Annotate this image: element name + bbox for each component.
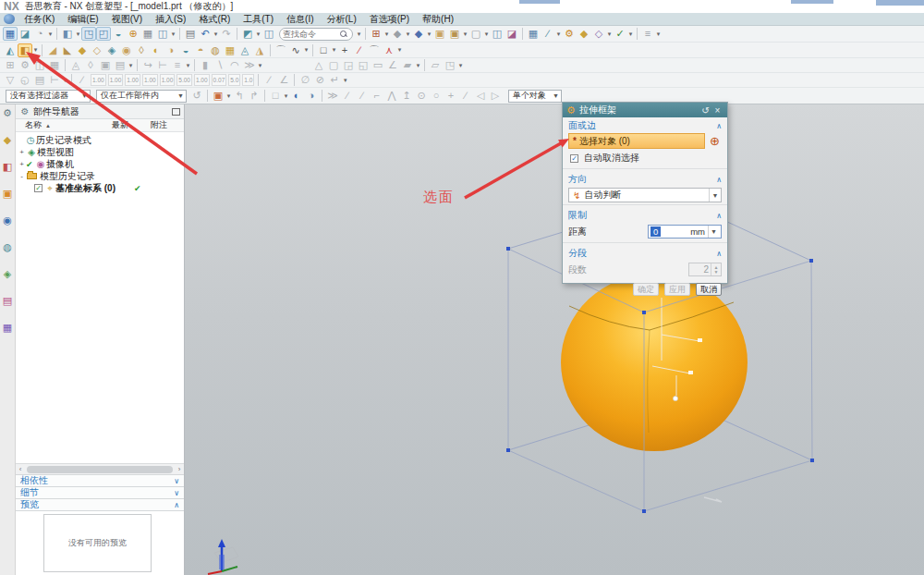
- toolbar-icon[interactable]: ◑: [304, 89, 319, 103]
- toolbar-icon[interactable]: ◢: [45, 43, 60, 57]
- dropdown-caret-icon[interactable]: ▾: [457, 62, 464, 69]
- selection-filter-dropdown[interactable]: 没有选择过滤器 ▼: [6, 90, 91, 103]
- toolbar-icon[interactable]: ◊: [83, 58, 98, 72]
- toolbar-icon[interactable]: ∕: [261, 73, 276, 87]
- toolbar-icon[interactable]: ◫: [155, 27, 170, 41]
- dropdown-caret-icon[interactable]: ▾: [356, 31, 362, 38]
- toolbar-icon[interactable]: ◲: [341, 58, 356, 72]
- toolbar-icon[interactable]: ◣: [60, 43, 75, 57]
- toolbar-icon[interactable]: ▦: [47, 58, 62, 72]
- dropdown-caret-icon[interactable]: ▾: [331, 46, 337, 54]
- tree-item-datum-csys[interactable]: ✓ ⌖ 基准坐标系 (0) ✔: [16, 182, 184, 194]
- resource-bar-icon[interactable]: ◆: [1, 133, 15, 147]
- toolbar-icon[interactable]: ⊢: [47, 73, 62, 87]
- dropdown-caret-icon[interactable]: ▾: [627, 31, 634, 38]
- toolbar-icon[interactable]: ◆: [390, 27, 405, 41]
- graphics-scene[interactable]: [185, 104, 924, 575]
- toolbar-icon[interactable]: ▦: [223, 43, 237, 57]
- menu-information[interactable]: 信息(I): [280, 13, 320, 26]
- toolbar-icon[interactable]: ◍: [208, 43, 223, 57]
- dropdown-caret-icon[interactable]: ▾: [75, 31, 81, 38]
- sphere-body[interactable]: [561, 274, 748, 451]
- tree-item-model-views[interactable]: + ◈ 模型视图: [16, 146, 184, 158]
- distance-unit[interactable]: mm: [690, 226, 708, 237]
- dropdown-caret-icon[interactable]: ▾: [383, 31, 390, 38]
- toolbar-icon[interactable]: ◊: [134, 43, 149, 57]
- toolbar-icon[interactable]: ⚙: [562, 27, 577, 41]
- toolbar-icon[interactable]: ▢: [468, 27, 483, 41]
- toolbar-icon[interactable]: ⊞: [369, 27, 383, 41]
- spinner-arrows-icon[interactable]: ▲ ▼: [711, 263, 721, 275]
- dropdown-caret-icon[interactable]: ▾: [47, 31, 54, 38]
- direction-dropdown[interactable]: ↯ 自动判断 ▼: [568, 188, 722, 202]
- distance-input[interactable]: 0 mm ▼: [648, 225, 722, 239]
- toolbar-icon[interactable]: ◭: [3, 43, 18, 57]
- resource-bar-icon[interactable]: ▣: [1, 187, 15, 201]
- tree-item-cameras[interactable]: + ✔ ◉ 摄像机: [16, 158, 184, 170]
- toolbar-icon[interactable]: □: [316, 43, 331, 57]
- toolbar-icon[interactable]: ◩: [240, 27, 255, 41]
- toolbar-icon[interactable]: ▰: [400, 58, 415, 72]
- toolbar-icon[interactable]: ↱: [247, 89, 261, 103]
- tree-item-history-mode[interactable]: ◷ 历史记录模式: [16, 134, 184, 146]
- toolbar-icon[interactable]: ◵: [18, 73, 32, 87]
- checkbox-checked-icon[interactable]: ✓: [34, 184, 43, 192]
- dropdown-caret-icon[interactable]: ▾: [342, 77, 348, 84]
- toolbar-icon[interactable]: ∅: [298, 73, 312, 87]
- horizontal-scrollbar[interactable]: ‹ ›: [16, 463, 184, 474]
- toolbar-icon[interactable]: ↵: [327, 73, 342, 87]
- selection-scope-dropdown[interactable]: 仅在工作部件内 ▼: [96, 90, 187, 103]
- menu-preferences[interactable]: 首选项(P): [363, 13, 416, 26]
- toolbar-icon[interactable]: ◫: [32, 58, 47, 72]
- toolbar-icon[interactable]: +: [444, 89, 458, 103]
- checkbox-checked-icon[interactable]: ✓: [570, 154, 578, 163]
- toolbar-icon[interactable]: ◒: [178, 43, 193, 57]
- toolbar-icon[interactable]: ⚙: [18, 58, 32, 72]
- point-constructor-icon[interactable]: ⊕: [708, 134, 722, 148]
- toolbar-icon[interactable]: ∕: [352, 43, 367, 57]
- dropdown-caret-icon[interactable]: ▾: [257, 62, 263, 69]
- toolbar-icon[interactable]: ∿: [288, 43, 303, 57]
- toolbar-icon[interactable]: □: [268, 89, 283, 103]
- dropdown-caret-icon[interactable]: ▾: [405, 31, 411, 38]
- toolbar-icon[interactable]: ∕: [541, 27, 555, 41]
- csys-handle[interactable]: [688, 371, 693, 374]
- toolbar-icon[interactable]: ⊘: [312, 73, 327, 87]
- dropdown-caret-icon[interactable]: ▾: [62, 77, 68, 84]
- center-handle[interactable]: [673, 396, 677, 400]
- expand-toggle[interactable]: -: [18, 172, 26, 180]
- toolbar-icon[interactable]: ◉: [119, 43, 134, 57]
- segments-spinner[interactable]: 2 ▲ ▼: [688, 263, 722, 276]
- dropdown-caret-icon[interactable]: ▾: [255, 31, 261, 38]
- dropdown-caret-icon[interactable]: ▾: [426, 31, 432, 38]
- close-icon[interactable]: ×: [711, 105, 723, 116]
- ok-button[interactable]: 确定: [633, 283, 659, 296]
- toolbar-icon[interactable]: △: [311, 58, 326, 72]
- section-preview[interactable]: 预览 ∧: [16, 498, 184, 510]
- expand-toggle[interactable]: +: [18, 148, 26, 156]
- menu-edit[interactable]: 编辑(E): [61, 13, 104, 26]
- section-details[interactable]: 细节 ∨: [16, 486, 184, 498]
- menu-analysis[interactable]: 分析(L): [321, 13, 363, 26]
- dropdown-caret-icon[interactable]: ▾: [415, 62, 421, 69]
- column-note[interactable]: 附注: [151, 119, 184, 131]
- auto-deselect-row[interactable]: ✓ 自动取消选择: [563, 149, 727, 166]
- scroll-left-arrow[interactable]: ‹: [16, 465, 25, 473]
- menu-tools[interactable]: 工具(T): [237, 13, 280, 26]
- dropdown-caret-icon[interactable]: ▾: [483, 31, 490, 38]
- toolbar-icon[interactable]: ▤: [32, 73, 47, 87]
- toolbar-icon[interactable]: ◆: [577, 27, 591, 41]
- scrollbar-thumb[interactable]: [27, 466, 173, 473]
- toolbar-icon[interactable]: ◐: [149, 43, 164, 57]
- toolbar-icon[interactable]: ○: [429, 89, 444, 103]
- toolbar-icon[interactable]: ≫: [242, 58, 257, 72]
- tree-item-model-history[interactable]: - 模型历史记录: [16, 170, 184, 182]
- toolbar-icon[interactable]: ▭: [371, 58, 385, 72]
- extrude-frame-tool-icon[interactable]: ◧: [18, 43, 32, 57]
- toolbar-icon[interactable]: ∕: [75, 73, 90, 87]
- menu-help[interactable]: 帮助(H): [416, 13, 460, 26]
- resource-gear-icon[interactable]: ⚙: [1, 106, 15, 120]
- toolbar-icon[interactable]: ∠: [385, 58, 400, 72]
- toolbar-icon[interactable]: ∕: [340, 89, 355, 103]
- find-command-input[interactable]: [283, 30, 340, 39]
